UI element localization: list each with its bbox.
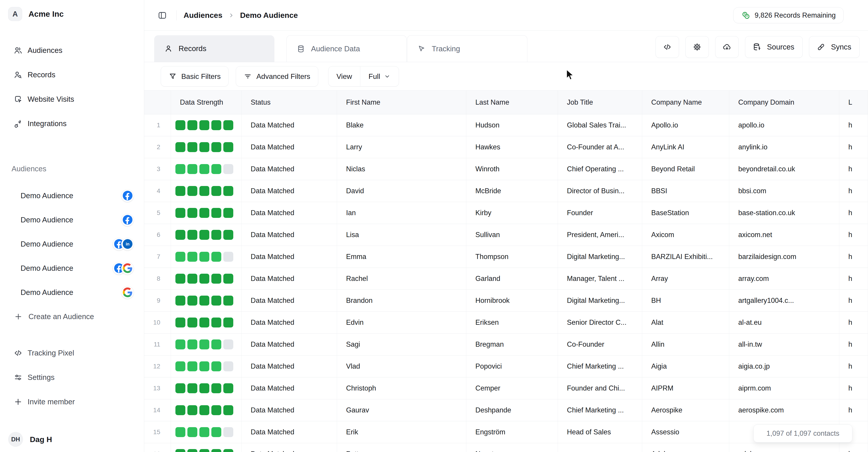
cell-domain: apollo.io — [729, 115, 839, 136]
audience-list-item[interactable]: Demo Audience — [0, 280, 144, 304]
strength-bar — [176, 120, 185, 130]
strength-bar — [199, 405, 209, 415]
sidebar-item-settings[interactable]: Settings — [0, 365, 144, 390]
strength-bar — [211, 427, 221, 437]
strength-bar — [211, 274, 221, 284]
sidebar-item-audiences[interactable]: Audiences — [0, 38, 144, 63]
syncs-button[interactable]: Syncs — [809, 36, 860, 58]
strength-bar — [211, 405, 221, 415]
advanced-filters-button[interactable]: Advanced Filters — [236, 66, 318, 87]
column-header[interactable]: Company Name — [642, 91, 729, 114]
workspace-switcher[interactable]: A Acme Inc — [8, 5, 136, 23]
sidebar-item-invite-member[interactable]: Invite member — [0, 390, 144, 414]
table-row[interactable]: 11Data MatchedSagiBregmanCo-FounderAllin… — [144, 333, 868, 355]
app-root: A Acme Inc AudiencesRecordsWebsite Visit… — [0, 0, 868, 452]
cell-job: Co-Founder — [558, 333, 642, 355]
cell-first: Larry — [337, 136, 466, 158]
user-menu[interactable]: DH Dag H — [8, 431, 136, 448]
cell-company: Apollo.io — [642, 115, 729, 136]
sidebar-item-records[interactable]: Records — [0, 63, 144, 87]
table-row[interactable]: 12Data MatchedVladPopoviciChief Marketin… — [144, 355, 868, 378]
cell-last: McBride — [466, 180, 558, 202]
strength-bar — [176, 427, 185, 437]
cell-last: Cemper — [466, 378, 558, 399]
audience-platform-badges: in — [113, 238, 133, 250]
table-row[interactable]: 3Data MatchedNiclasWinrothChief Operatin… — [144, 158, 868, 180]
tab-audience-data[interactable]: Audience Data — [286, 35, 407, 62]
sidebar-toggle-icon[interactable] — [157, 10, 168, 21]
view-value-dropdown[interactable]: Full — [360, 66, 399, 86]
database-icon — [297, 44, 305, 53]
table-row[interactable]: 14Data MatchedGauravDeshpandeChief Marke… — [144, 399, 868, 421]
cell-link: h — [839, 115, 868, 136]
table-row[interactable]: 10Data MatchedEdvinEriksenSenior Directo… — [144, 312, 868, 333]
cell-domain: artgallery1004.c... — [729, 290, 839, 312]
column-header[interactable]: Company Domain — [729, 91, 839, 114]
table-row[interactable]: 16Data MatchedPattyNozatoAdobeadobe.comh — [144, 443, 868, 452]
breadcrumb-audiences[interactable]: Audiences — [184, 11, 222, 20]
create-audience-button[interactable]: Create an Audience — [0, 304, 144, 329]
table-row[interactable]: 5Data MatchedIanKirbyFounderBaseStationb… — [144, 202, 868, 224]
cell-status: Data Matched — [242, 202, 337, 224]
row-number: 9 — [144, 290, 171, 312]
column-header[interactable]: Status — [242, 91, 337, 114]
cell-last: Deshpande — [466, 399, 558, 421]
table-row[interactable]: 1Data MatchedBlakeHudsonGlobal Sales Tra… — [144, 115, 868, 136]
sources-button[interactable]: Sources — [745, 36, 803, 58]
table-row[interactable]: 2Data MatchedLarryHawkesCo-Founder at A.… — [144, 136, 868, 158]
export-button[interactable] — [715, 36, 739, 58]
row-number: 2 — [144, 136, 171, 158]
cell-first: Ian — [337, 202, 466, 224]
table-row[interactable]: 4Data MatchedDavidMcBrideDirector of Bus… — [144, 180, 868, 202]
table-row[interactable]: 8Data MatchedRachelGarlandManager, Talen… — [144, 268, 868, 290]
column-header[interactable]: First Name — [337, 91, 466, 114]
sidebar: A Acme Inc AudiencesRecordsWebsite Visit… — [0, 0, 144, 452]
view-control[interactable]: View Full — [328, 66, 399, 87]
cell-status: Data Matched — [242, 136, 337, 158]
audience-list-item[interactable]: Demo Audience — [0, 256, 144, 280]
sidebar-item-label: Integrations — [28, 119, 66, 128]
column-header[interactable]: Job Title — [558, 91, 642, 114]
tab-tracking[interactable]: Tracking — [407, 35, 527, 62]
data-strength-bars — [171, 290, 242, 312]
row-number: 6 — [144, 224, 171, 246]
chevron-right-icon — [228, 12, 235, 19]
column-header[interactable]: Last Name — [466, 91, 558, 114]
table-row[interactable]: 9Data MatchedBrandonHornibrookDigital Ma… — [144, 290, 868, 312]
cell-last: Garland — [466, 268, 558, 290]
cell-first: Rachel — [337, 268, 466, 290]
embed-code-button[interactable] — [655, 36, 679, 58]
cell-company: Aerospike — [642, 399, 729, 421]
records-remaining-badge[interactable]: 9,826 Records Remaining — [733, 7, 844, 23]
audience-list-item[interactable]: Demo Audience — [0, 184, 144, 208]
strength-bar — [199, 252, 209, 262]
sidebar-item-website-visits[interactable]: Website Visits — [0, 87, 144, 111]
cell-domain: aigia.co.jp — [729, 355, 839, 377]
table-row[interactable]: 6Data MatchedLisaSullivanPresident, Amer… — [144, 224, 868, 246]
cell-first: Gaurav — [337, 399, 466, 421]
row-number: 12 — [144, 355, 171, 377]
strength-bar — [223, 142, 233, 152]
cell-link: h — [839, 290, 868, 312]
cell-company: Allin — [642, 333, 729, 355]
strength-bar — [211, 230, 221, 240]
column-header[interactable]: Data Strength — [171, 91, 242, 114]
strength-bar — [187, 361, 197, 371]
tab-records-label: Records — [179, 44, 206, 53]
tab-records[interactable]: Records — [154, 35, 274, 62]
strength-bar — [211, 318, 221, 327]
sidebar-item-integrations[interactable]: Integrations — [0, 111, 144, 136]
audience-list-item[interactable]: Demo Audience — [0, 208, 144, 232]
cell-domain: axicom.net — [729, 224, 839, 246]
table-row[interactable]: 7Data MatchedEmmaThompsonDigital Marketi… — [144, 246, 868, 268]
settings-button[interactable] — [685, 36, 709, 58]
basic-filters-button[interactable]: Basic Filters — [161, 66, 228, 87]
table-row[interactable]: 13Data MatchedChristophCemperFounder and… — [144, 378, 868, 399]
sidebar-item-tracking-pixel[interactable]: Tracking Pixel — [0, 341, 144, 365]
cell-last: Hornibrook — [466, 290, 558, 312]
google-icon — [121, 262, 133, 275]
audience-list-item[interactable]: Demo Audiencein — [0, 232, 144, 256]
column-header[interactable] — [144, 91, 171, 114]
column-header[interactable]: L — [839, 91, 868, 114]
linkedin-icon: in — [121, 238, 133, 250]
